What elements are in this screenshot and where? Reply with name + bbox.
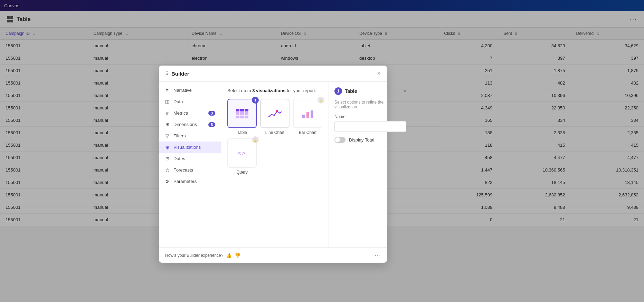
svg-rect-1	[302, 115, 305, 118]
viz-badge-table: 1	[252, 97, 259, 104]
viz-config-header: 1 Table ×	[334, 87, 406, 95]
builder-close-button[interactable]: ×	[377, 70, 381, 77]
viz-label-bar-chart: Bar Chart	[299, 130, 316, 135]
filters-icon: ▽	[164, 133, 170, 138]
viz-config-title-row: 1 Table	[334, 87, 357, 95]
bar-chart-icon	[302, 108, 314, 119]
viz-config-panel: 1 Table × Select options to refine the v…	[329, 82, 412, 226]
nav-item-parameters[interactable]: ⚙ Parameters	[159, 176, 221, 187]
viz-picker-title: Select up to 3 visualizations for your r…	[227, 88, 322, 93]
viz-count-bold: 3 visualizations	[252, 88, 285, 93]
nav-item-data-label: Data	[173, 99, 183, 104]
nav-item-forecasts[interactable]: ◎ Forecasts	[159, 164, 221, 176]
config-number: 1	[334, 87, 342, 95]
data-icon: ◫	[164, 99, 170, 104]
viz-card-table[interactable]: 1	[227, 99, 257, 128]
dimensions-badge: 5	[208, 122, 215, 127]
display-total-toggle[interactable]	[334, 137, 345, 143]
viz-label-table: Table	[237, 130, 247, 135]
builder-header: ⠿ Builder ×	[159, 66, 387, 82]
table-viz-icon	[236, 109, 248, 118]
builder-nav: ≡ Narrative ◫ Data # Metrics 3 ⊞ Dimensi…	[159, 82, 221, 226]
nav-item-data[interactable]: ◫ Data	[159, 96, 221, 107]
svg-point-0	[276, 110, 278, 112]
nav-item-visualizations[interactable]: ◉ Visualizations	[159, 142, 221, 153]
viz-item-table[interactable]: 1	[227, 99, 257, 135]
nav-item-visualizations-label: Visualizations	[173, 145, 201, 150]
builder-panel: ⠿ Builder × ≡ Narrative ◫ Data # Metrics…	[159, 66, 387, 226]
nav-item-dates[interactable]: ⊡ Dates	[159, 153, 221, 164]
dimensions-icon: ⊞	[164, 122, 170, 127]
nav-item-narrative[interactable]: ≡ Narrative	[159, 85, 221, 96]
viz-grid: 1	[227, 99, 322, 175]
toggle-knob	[335, 137, 340, 142]
config-name-input[interactable]	[334, 121, 406, 132]
forecasts-icon: ◎	[164, 167, 170, 173]
nav-item-narrative-label: Narrative	[173, 88, 192, 93]
viz-card-line-chart[interactable]	[260, 99, 290, 128]
config-title: Table	[345, 88, 357, 94]
metrics-icon: #	[164, 110, 170, 116]
dates-icon: ⊡	[164, 156, 170, 161]
config-close-button[interactable]: ×	[403, 88, 406, 94]
nav-item-dimensions-label: Dimensions	[173, 122, 197, 127]
viz-card-query[interactable]: 🔒 <>	[227, 138, 257, 168]
narrative-icon: ≡	[164, 88, 170, 93]
visualizations-icon: ◉	[164, 145, 170, 150]
svg-rect-3	[311, 110, 313, 118]
metrics-badge: 3	[208, 111, 215, 116]
viz-card-bar-chart[interactable]: 🔒	[293, 99, 322, 128]
drag-handle-icon: ⠿	[165, 71, 169, 76]
line-chart-icon	[268, 108, 282, 119]
svg-text:<>: <>	[237, 149, 246, 157]
svg-rect-2	[306, 112, 309, 118]
viz-item-bar-chart[interactable]: 🔒 Bar Chart	[293, 99, 322, 135]
builder-body: ≡ Narrative ◫ Data # Metrics 3 ⊞ Dimensi…	[159, 82, 387, 226]
nav-item-metrics-label: Metrics	[173, 110, 188, 116]
nav-item-forecasts-label: Forecasts	[173, 167, 193, 173]
nav-item-metrics[interactable]: # Metrics 3	[159, 107, 221, 119]
config-subtitle: Select options to refine the visualizati…	[334, 100, 406, 109]
query-icon: <>	[237, 148, 248, 158]
viz-item-line-chart[interactable]: Line Chart	[260, 99, 290, 135]
config-name-label: Name	[334, 114, 406, 119]
viz-item-query[interactable]: 🔒 <> Query	[227, 138, 257, 175]
nav-item-dimensions[interactable]: ⊞ Dimensions 5	[159, 119, 221, 130]
nav-item-parameters-label: Parameters	[173, 179, 197, 184]
nav-item-dates-label: Dates	[173, 156, 185, 161]
parameters-icon: ⚙	[164, 179, 170, 184]
nav-item-filters[interactable]: ▽ Filters	[159, 130, 221, 142]
lock-icon-query: 🔒	[252, 136, 259, 143]
builder-title: Builder	[171, 71, 377, 77]
viz-label-query: Query	[236, 170, 248, 175]
config-toggle-row: Display Total	[334, 137, 406, 143]
lock-icon-bar-chart: 🔒	[318, 97, 324, 104]
nav-item-filters-label: Filters	[173, 133, 186, 138]
viz-label-line-chart: Line Chart	[265, 130, 284, 135]
display-total-label: Display Total	[349, 137, 374, 143]
modal-overlay: ⠿ Builder × ≡ Narrative ◫ Data # Metrics…	[0, 0, 644, 226]
viz-picker: Select up to 3 visualizations for your r…	[221, 82, 329, 226]
